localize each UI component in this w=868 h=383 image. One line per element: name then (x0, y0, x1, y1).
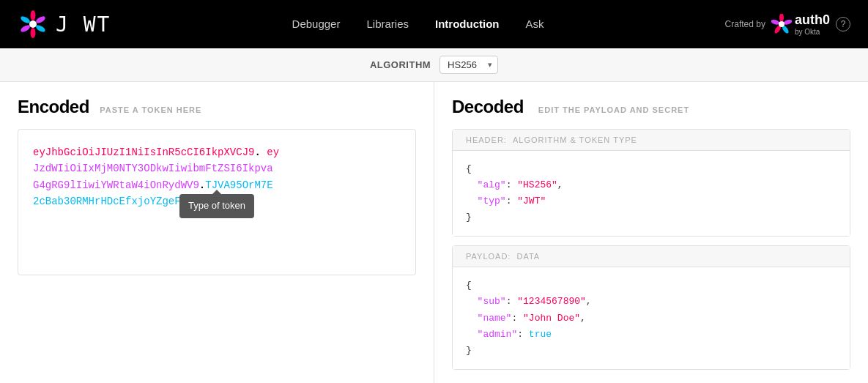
sub-key: "sub" (478, 296, 506, 307)
close-brace: } (466, 212, 472, 223)
name-key: "name" (478, 313, 512, 324)
header-section-box: HEADER: ALGORITHM & TOKEN TYPE { "alg": … (452, 129, 850, 237)
typ-key: "typ" (478, 196, 506, 207)
open-brace: { (466, 163, 472, 174)
admin-key: "admin" (478, 329, 518, 340)
algo-bar: Algorithm HS256 HS384 HS512 RS256 RS384 … (0, 48, 868, 82)
auth0-star-icon (771, 14, 792, 34)
header-label: HEADER: (466, 135, 507, 144)
auth0-name: auth0 (795, 12, 830, 27)
decoded-title-row: Decoded EDIT THE PAYLOAD AND SECRET (452, 97, 850, 117)
encoded-subtitle: PASTE A TOKEN HERE (100, 105, 201, 114)
token-area[interactable]: eyJhbGciOiJIUzI1NiIsInR5cCI6IkpXVCJ9. ey… (18, 129, 416, 275)
encoded-title-row: Encoded PASTE A TOKEN HERE (18, 97, 416, 117)
svg-point-1 (31, 10, 36, 21)
sub-value: "1234567890" (517, 296, 586, 307)
header-sublabel: ALGORITHM & TOKEN TYPE (513, 135, 637, 144)
token-part1: eyJhbGciOiJIUzI1NiIsInR5cCI6IkpXVCJ9 (33, 146, 254, 158)
auth0-logo: auth0 by Okta (771, 12, 830, 36)
header-section-header: HEADER: ALGORITHM & TOKEN TYPE (453, 130, 850, 151)
payload-open-brace: { (466, 280, 472, 291)
decoded-panel: Decoded EDIT THE PAYLOAD AND SECRET HEAD… (434, 82, 868, 383)
help-button[interactable]: ? (836, 17, 850, 31)
crafted-by: Crafted by auth0 by Okta ? (725, 12, 850, 36)
nav-item-ask[interactable]: Ask (525, 18, 544, 31)
algo-label: Algorithm (370, 59, 431, 70)
nav-links: Debugger Libraries Introduction Ask (292, 18, 544, 31)
token-dot2: . (199, 179, 205, 191)
encoded-panel: Encoded PASTE A TOKEN HERE eyJhbGciOiJIU… (0, 82, 434, 383)
token-part2-line2: G4gRG9lIiwiYWRtaW4iOnRydWV9 (33, 179, 199, 191)
header-section-body[interactable]: { "alg": "HS256", "typ": "JWT" } (453, 151, 850, 236)
jwt-logo-icon (18, 9, 48, 40)
token-part2-line1: JzdWIiOiIxMjM0NTY3ODkwIiwibmFtZSI6Ikpva (33, 163, 273, 174)
alg-key: "alg" (478, 179, 506, 190)
nav-item-libraries[interactable]: Libraries (366, 18, 409, 31)
auth0-brand: auth0 by Okta (795, 12, 830, 36)
crafted-by-label: Crafted by (725, 19, 765, 29)
svg-point-13 (779, 21, 784, 27)
encoded-title: Encoded (18, 97, 89, 116)
token-dot1: . (254, 146, 260, 158)
main-content: Encoded PASTE A TOKEN HERE eyJhbGciOiJIU… (0, 82, 868, 383)
payload-close-brace: } (466, 345, 472, 356)
type-of-token-tooltip: Type of token (179, 194, 254, 218)
logo-text: J WT (56, 12, 111, 37)
nav-item-debugger[interactable]: Debugger (292, 18, 341, 31)
alg-value: "HS256" (517, 179, 557, 190)
name-value: "John Doe" (523, 313, 580, 324)
payload-label: PAYLOAD: (466, 252, 511, 261)
admin-value: true (529, 329, 552, 340)
navbar: J WT Debugger Libraries Introduction Ask… (0, 0, 868, 48)
typ-value: "JWT" (517, 196, 546, 207)
svg-point-7 (29, 21, 37, 28)
payload-section-body[interactable]: { "sub": "1234567890", "name": "John Doe… (453, 267, 850, 368)
decoded-subtitle: EDIT THE PAYLOAD AND SECRET (538, 105, 689, 114)
payload-section-header: PAYLOAD: DATA (453, 246, 850, 267)
payload-sublabel: DATA (516, 252, 540, 261)
token-part1b: ey (261, 146, 279, 158)
svg-point-4 (31, 28, 36, 38)
algo-select-wrap: HS256 HS384 HS512 RS256 RS384 RS512 (439, 56, 498, 74)
algo-select[interactable]: HS256 HS384 HS512 RS256 RS384 RS512 (439, 56, 498, 74)
nav-item-introduction[interactable]: Introduction (435, 18, 499, 31)
okta-label: by Okta (795, 28, 830, 36)
logo-area: J WT (18, 9, 111, 40)
svg-point-8 (779, 14, 784, 22)
decoded-title: Decoded (452, 97, 524, 117)
payload-section-box: PAYLOAD: DATA { "sub": "1234567890", "na… (452, 245, 850, 369)
